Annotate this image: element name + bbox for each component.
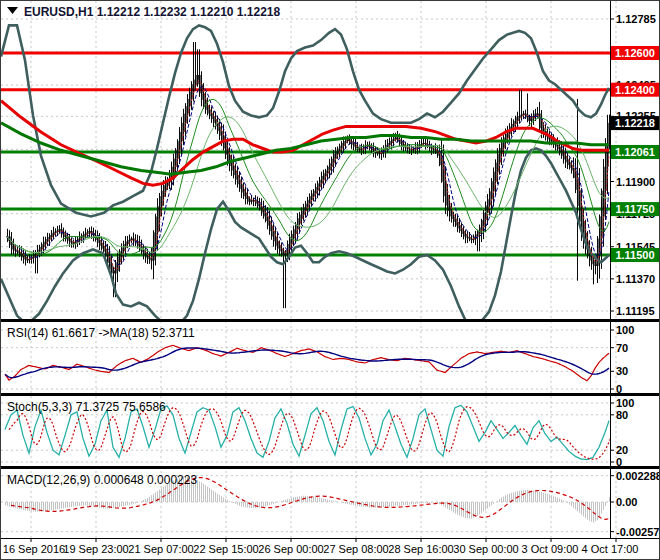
symbol-dropdown-icon (7, 7, 18, 14)
indicator-scale-label: 100 (616, 324, 634, 336)
indicator-scale-label: 0.00 (616, 496, 637, 508)
price-scale-label: 1.12785 (616, 13, 656, 25)
time-axis-label: 4 Oct 17:00 (582, 543, 639, 555)
price-scale-label: 1.11370 (616, 273, 655, 285)
price-chart[interactable]: 1.127851.126051.124251.122551.120751.119… (1, 1, 660, 560)
indicator-scale-label: 0 (616, 383, 622, 395)
indicator-scale-label: 20 (616, 444, 628, 456)
pane-splitter[interactable] (1, 466, 660, 469)
indicator-scale-label: 0.002288 (616, 470, 660, 482)
support-resistance-lines (1, 53, 610, 255)
time-axis-label: 22 Sep 15:00 (193, 543, 258, 555)
pane-splitter[interactable] (1, 319, 660, 322)
indicator-scale-label: 80 (616, 409, 628, 421)
indicator-scale-label: 30 (616, 365, 628, 377)
macd-pane-label: MACD(12,26,9) 0.000648 0.000223 (7, 473, 197, 487)
resistance-price-badge-text: 1.12400 (615, 84, 655, 96)
support-price-badge-text: 1.12061 (615, 146, 655, 158)
indicator-scale-label: -0.002579 (616, 526, 660, 538)
chart-window: 1.127851.126051.124251.122551.120751.119… (0, 0, 660, 560)
indicator-scale-label: 0 (616, 456, 622, 468)
current-price-badge-text: 1.12218 (615, 117, 655, 129)
time-axis: 16 Sep 201619 Sep 23:0021 Sep 07:0022 Se… (3, 538, 639, 555)
frame (1, 1, 660, 539)
rsi-pane-label: RSI(14) 61.6617 ->MA(18) 52.3711 (7, 326, 195, 340)
time-axis-label: 28 Sep 16:00 (388, 543, 453, 555)
chart-generated-layers: 1.127851.126051.124251.122551.120751.119… (1, 1, 660, 555)
time-axis-label: 27 Sep 08:00 (323, 543, 388, 555)
resistance-price-badge-text: 1.12600 (615, 47, 655, 59)
time-axis-label: 3 Oct 09:00 (522, 543, 579, 555)
overlay-indicators (1, 25, 609, 326)
support-price-badge-text: 1.11750 (615, 203, 654, 215)
indicator-scale-label: 70 (616, 342, 628, 354)
price-scale-label: 1.11195 (616, 305, 655, 317)
pane-splitter[interactable] (1, 393, 660, 396)
price-scale-label: 1.11900 (616, 176, 655, 188)
time-axis-label: 21 Sep 07:00 (128, 543, 193, 555)
indicator-scale-label: 100 (616, 397, 634, 409)
time-axis-label: 16 Sep 2016 (3, 543, 65, 555)
gridlines (1, 1, 616, 538)
chart-title: EURUSD,H1 1.12212 1.12232 1.12210 1.1221… (24, 5, 281, 19)
support-price-badge-text: 1.11500 (615, 249, 654, 261)
time-axis-label: 26 Sep 00:00 (258, 543, 323, 555)
time-axis-label: 30 Sep 00:00 (453, 543, 518, 555)
time-axis-label: 19 Sep 23:00 (63, 543, 128, 555)
price-scale: 1.127851.126051.124251.122551.120751.119… (610, 13, 660, 538)
stoch-pane-label: Stoch(5,3,3) 71.3725 75.6586 (7, 400, 166, 414)
